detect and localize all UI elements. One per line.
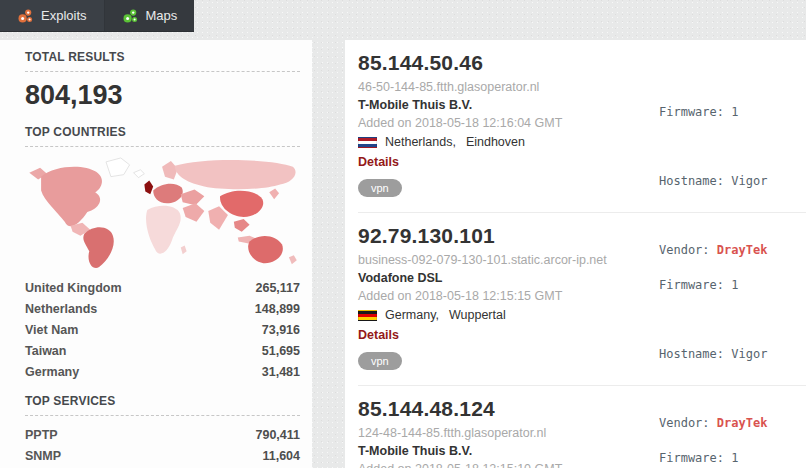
details-link[interactable]: Details <box>358 155 399 169</box>
firmware-line: Firmware: 1 <box>659 447 767 468</box>
hostname-value: Vigor <box>731 174 767 188</box>
search-results-panel: 85.144.50.46 46-50-144-85.ftth.glasopera… <box>345 40 806 468</box>
country-count: 51,695 <box>262 344 300 358</box>
tag-vpn[interactable]: vpn <box>358 179 402 197</box>
details-link[interactable]: Details <box>358 328 399 342</box>
firmware-label: Firmware: <box>659 451 731 465</box>
country-count: 265,117 <box>256 281 301 295</box>
firmware-line: Firmware: 1 <box>659 274 767 297</box>
country-name: United Kingdom <box>25 281 122 295</box>
netherlands-flag-icon <box>358 137 377 148</box>
country-count: 73,916 <box>262 323 300 337</box>
country-row-taiwan[interactable]: Taiwan 51,695 <box>25 340 300 361</box>
country-row-viet-nam[interactable]: Viet Nam 73,916 <box>25 319 300 340</box>
country-count: 31,481 <box>262 365 300 379</box>
tab-exploits[interactable]: Exploits <box>0 0 104 31</box>
maps-bubbles-icon <box>122 8 138 24</box>
top-services-list: PPTP 790,411 SNMP 11,604 FTP 1,233 Telne… <box>25 424 300 468</box>
country-name: Viet Nam <box>25 323 78 337</box>
country-name: Taiwan <box>25 344 66 358</box>
firmware-value: 1 <box>731 451 738 465</box>
country-name: Netherlands <box>25 302 97 316</box>
hostname-value: Vigor <box>731 347 767 361</box>
result-country: Netherlands, <box>385 133 456 151</box>
firmware-value: 1 <box>731 278 738 292</box>
hostname-line: Hostname: Vigor <box>659 343 767 366</box>
result-item: 92.79.130.101 business-092-079-130-101.s… <box>358 212 806 385</box>
service-count: 790,411 <box>256 428 301 442</box>
top-countries-heading: TOP COUNTRIES <box>25 125 300 147</box>
service-name: PPTP <box>25 428 58 442</box>
country-name: Germany <box>25 365 79 379</box>
result-city: Eindhoven <box>466 133 525 151</box>
country-row-united-kingdom[interactable]: United Kingdom 265,117 <box>25 277 300 298</box>
result-city: Wuppertal <box>449 306 506 324</box>
tab-maps-label: Maps <box>146 8 178 23</box>
firmware-label: Firmware: <box>659 105 731 119</box>
result-country: Germany, <box>385 306 439 324</box>
facets-sidebar: TOTAL RESULTS 804,193 TOP COUNTRIES <box>0 40 312 468</box>
top-navigation-bar: Exploits Maps <box>0 0 194 32</box>
firmware-label: Firmware: <box>659 278 731 292</box>
top-services-heading: TOP SERVICES <box>25 394 300 416</box>
hostname-label: Hostname: <box>659 347 731 361</box>
service-row-snmp[interactable]: SNMP 11,604 <box>25 445 300 466</box>
hostname-label: Hostname: <box>659 174 731 188</box>
top-countries-list: United Kingdom 265,117 Netherlands 148,8… <box>25 277 300 382</box>
tag-vpn[interactable]: vpn <box>358 352 402 370</box>
firmware-value: 1 <box>731 105 738 119</box>
service-count: 11,604 <box>262 449 300 463</box>
result-item: 85.144.50.46 46-50-144-85.ftth.glasopera… <box>358 40 806 212</box>
tab-exploits-label: Exploits <box>41 8 87 23</box>
total-results-heading: TOTAL RESULTS <box>25 50 300 72</box>
germany-flag-icon <box>358 310 377 321</box>
total-results-value: 804,193 <box>25 80 300 111</box>
country-count: 148,899 <box>255 302 300 316</box>
country-row-netherlands[interactable]: Netherlands 148,899 <box>25 298 300 319</box>
result-item: 85.144.48.124 124-48-144-85.ftth.glasope… <box>358 385 806 468</box>
country-row-germany[interactable]: Germany 31,481 <box>25 361 300 382</box>
service-row-pptp[interactable]: PPTP 790,411 <box>25 424 300 445</box>
tab-maps[interactable]: Maps <box>104 0 195 31</box>
result-banner-summary: Firmware: 1 Hostname: Vigor Vendor: Dray… <box>659 401 767 468</box>
hostname-line: Hostname: Vigor <box>659 170 767 193</box>
firmware-line: Firmware: 1 <box>659 101 767 124</box>
service-name: SNMP <box>25 449 61 463</box>
world-choropleth-map <box>25 155 305 273</box>
exploits-bubbles-icon <box>17 8 33 24</box>
